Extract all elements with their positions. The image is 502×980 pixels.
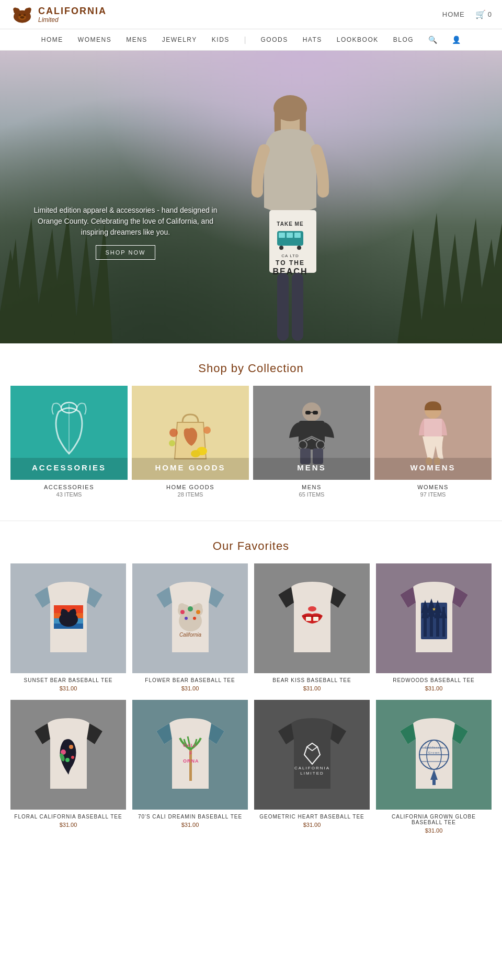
product-thumb-cali-dreamin: CALI F ORNA	[132, 700, 248, 810]
nav-kids[interactable]: KIDS	[212, 36, 230, 43]
collection-thumb-womens: WOMENS	[374, 386, 492, 480]
nav-womens[interactable]: WOMENS	[78, 36, 111, 43]
collection-info-womens: WOMENS 97 ITEMS	[374, 480, 492, 500]
svg-rect-29	[279, 233, 285, 238]
product-price-cali-dreamin: $31.00	[134, 822, 246, 828]
nav-jewelry[interactable]: JEWELRY	[162, 36, 197, 43]
top-right-nav: HOME 🛒 0	[442, 9, 492, 19]
nav-goods[interactable]: GOODS	[260, 36, 288, 43]
product-info-bear-kiss: BEAR KISS BASEBALL TEE $31.00	[254, 673, 370, 694]
product-price-floral-ca: $31.00	[13, 822, 124, 828]
nav-home[interactable]: HOME	[41, 36, 63, 43]
svg-point-97	[65, 758, 70, 762]
svg-point-32	[279, 246, 283, 250]
svg-rect-114	[432, 780, 436, 785]
svg-point-4	[27, 7, 31, 11]
product-thumb-ca-grown: California Grown	[376, 700, 492, 810]
products-grid: SUNSET BEAR BASEBALL TEE $31.00	[0, 563, 502, 851]
product-info-flower-bear: FLOWER BEAR BASEBALL TEE $31.00	[132, 673, 248, 694]
tshirt-flower-bear: California	[149, 571, 232, 665]
collection-count-homegoods: 28 ITEMS	[132, 491, 249, 498]
homegoods-icon	[164, 401, 216, 464]
collection-mens[interactable]: MENS MENS 65 ITEMS	[253, 386, 370, 500]
product-price-bear-kiss: $31.00	[256, 685, 368, 691]
svg-text:CALIFORNIA: CALIFORNIA	[294, 766, 329, 770]
product-name-bear-kiss: BEAR KISS BASEBALL TEE	[256, 677, 368, 683]
logo[interactable]: CALIFORNIA Limited	[10, 5, 107, 24]
collection-womens[interactable]: WOMENS WOMENS 97 ITEMS	[374, 386, 492, 500]
collection-thumb-homegoods: HOME GOODS	[132, 386, 249, 480]
nav-blog[interactable]: BLOG	[393, 36, 414, 43]
product-cali-dreamin[interactable]: CALI F ORNA 70'S CALI DREAMIN BASEBALL T…	[132, 700, 248, 836]
product-info-cali-dreamin: 70'S CALI DREAMIN BASEBALL TEE $31.00	[132, 810, 248, 830]
svg-text:F: F	[189, 751, 193, 756]
svg-text:Grown: Grown	[428, 751, 440, 754]
hero-text-block: Limited edition apparel & accessories - …	[26, 205, 225, 260]
cart-count: 0	[488, 10, 492, 18]
product-thumb-floral-ca	[10, 700, 126, 810]
svg-point-71	[178, 603, 186, 610]
collection-name-mens: MENS	[253, 484, 370, 490]
cart[interactable]: 🛒 0	[475, 9, 492, 19]
svg-rect-59	[54, 605, 83, 613]
svg-rect-37	[277, 273, 289, 341]
collection-name-womens: WOMENS	[374, 484, 492, 490]
product-thumb-sunset-bear	[10, 563, 126, 673]
collection-label-womens: WOMENS	[374, 458, 492, 480]
collection-homegoods[interactable]: HOME GOODS HOME GOODS 28 ITEMS	[132, 386, 249, 500]
product-info-sunset-bear: SUNSET BEAR BASEBALL TEE $31.00	[10, 673, 126, 694]
svg-text:CA LTD: CA LTD	[281, 253, 299, 258]
hero-section: TAKE ME CA LTD TO THE BEACH Limited edit…	[0, 51, 502, 343]
collection-accessories[interactable]: ACCESSORIES ACCESSORIES 43 ITEMS	[10, 386, 128, 500]
svg-point-77	[193, 617, 196, 620]
brand-tagline: Limited	[38, 17, 107, 23]
top-bar: CALIFORNIA Limited HOME 🛒 0	[0, 0, 502, 29]
svg-text:CALI: CALI	[183, 743, 196, 748]
top-home-link[interactable]: HOME	[442, 10, 465, 18]
nav-lookbook[interactable]: LOOKBOOK	[337, 36, 379, 43]
cart-icon: 🛒	[475, 9, 486, 19]
product-info-ca-grown: CALIFORNIA GROWN GLOBE BASEBALL TEE $31.…	[376, 810, 492, 836]
svg-point-42	[169, 440, 175, 446]
product-geo-heart[interactable]: CALIFORNIA LIMITED GEOMETRIC HEART BASEB…	[254, 700, 370, 836]
product-flower-bear[interactable]: California FLOWER BEAR BASEBALL TEE $31.…	[132, 563, 248, 694]
svg-point-72	[195, 603, 202, 610]
nav-hats[interactable]: HATS	[303, 36, 322, 43]
search-icon[interactable]: 🔍	[428, 36, 437, 44]
svg-point-41	[203, 426, 211, 434]
svg-point-75	[196, 610, 200, 614]
svg-rect-51	[305, 411, 311, 414]
nav-divider: |	[244, 36, 246, 44]
svg-rect-79	[306, 617, 311, 621]
svg-point-76	[185, 617, 188, 620]
collections-section: Shop by Collection ACCESSORIES ACCESSORI…	[0, 362, 502, 510]
product-name-cali-dreamin: 70'S CALI DREAMIN BASEBALL TEE	[134, 814, 246, 820]
product-thumb-redwoods	[376, 563, 492, 673]
product-info-floral-ca: FLORAL CALIFORNIA BASEBALL TEE $31.00	[10, 810, 126, 830]
product-price-ca-grown: $31.00	[378, 827, 489, 834]
product-thumb-bear-kiss	[254, 563, 370, 673]
header: CALIFORNIA Limited HOME 🛒 0 HOME WOMENS …	[0, 0, 502, 51]
section-divider	[0, 521, 502, 521]
collection-count-womens: 97 ITEMS	[374, 491, 492, 498]
shop-now-button[interactable]: SHOP NOW	[96, 245, 156, 260]
product-ca-grown[interactable]: California Grown CALIFORNIA GROWN GLOBE …	[376, 700, 492, 836]
product-floral-ca[interactable]: FLORAL CALIFORNIA BASEBALL TEE $31.00	[10, 700, 126, 836]
nav-mens[interactable]: MENS	[126, 36, 147, 43]
product-sunset-bear[interactable]: SUNSET BEAR BASEBALL TEE $31.00	[10, 563, 126, 694]
product-thumb-geo-heart: CALIFORNIA LIMITED	[254, 700, 370, 810]
product-name-flower-bear: FLOWER BEAR BASEBALL TEE	[134, 677, 246, 683]
product-bear-kiss[interactable]: BEAR KISS BASEBALL TEE $31.00	[254, 563, 370, 694]
product-redwoods[interactable]: REDWOODS BASEBALL TEE $31.00	[376, 563, 492, 694]
tshirt-cali-dreamin: CALI F ORNA	[149, 708, 232, 802]
svg-point-66	[61, 609, 65, 613]
svg-text:BEACH: BEACH	[273, 267, 308, 276]
collection-label-homegoods: HOME GOODS	[132, 458, 249, 480]
accessories-icon	[43, 401, 95, 464]
account-icon[interactable]: 👤	[452, 36, 461, 44]
brand-name: CALIFORNIA	[38, 6, 107, 16]
svg-point-98	[71, 756, 74, 759]
product-info-geo-heart: GEOMETRIC HEART BASEBALL TEE $31.00	[254, 810, 370, 830]
svg-point-3	[13, 7, 17, 11]
product-info-redwoods: REDWOODS BASEBALL TEE $31.00	[376, 673, 492, 694]
